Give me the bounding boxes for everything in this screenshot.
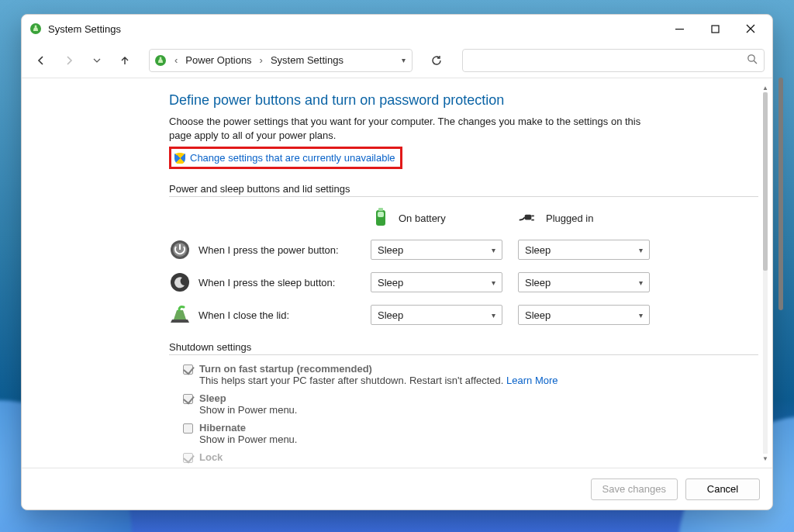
shield-icon <box>174 153 185 164</box>
column-plugged: Plugged in <box>518 212 650 224</box>
chevron-down-icon: ▾ <box>639 311 643 320</box>
column-battery-label: On battery <box>399 212 446 224</box>
column-battery: On battery <box>371 208 502 228</box>
forward-button[interactable] <box>57 49 81 72</box>
change-settings-link-highlighted: Change settings that are currently unava… <box>169 147 402 169</box>
scrollbar-thumb[interactable] <box>763 92 768 271</box>
svg-rect-8 <box>378 208 383 211</box>
svg-rect-2 <box>675 29 684 29</box>
content-area: Define power buttons and turn on passwor… <box>22 78 772 468</box>
breadcrumb-dropdown-icon[interactable]: ▾ <box>391 56 406 64</box>
search-icon <box>747 54 758 67</box>
svg-rect-12 <box>531 219 533 221</box>
fast-startup-desc: This helps start your PC faster after sh… <box>199 375 558 386</box>
window: System Settings ‹ Power Options › System… <box>21 14 773 510</box>
sleep-desc: Show in Power menu. <box>199 404 297 416</box>
chevron-down-icon: ▾ <box>492 278 495 287</box>
sleep-option: Sleep Show in Power menu. <box>183 392 758 416</box>
laptop-lid-icon <box>169 304 191 326</box>
chevron-down-icon: ▾ <box>492 246 495 254</box>
footer: Save changes Cancel <box>22 468 772 510</box>
row-sleep-button: When I press the sleep button: <box>169 271 355 293</box>
chevron-down-icon: ▾ <box>492 311 495 320</box>
row-power-button: When I press the power button: <box>169 239 355 261</box>
cancel-button[interactable]: Cancel <box>685 478 760 500</box>
up-button[interactable] <box>113 49 136 72</box>
page-scrollbar-thumb[interactable] <box>778 78 783 310</box>
section-power-label: Power and sleep buttons and lid settings <box>169 183 758 195</box>
hibernate-option: Hibernate Show in Power menu. <box>183 422 758 445</box>
svg-point-1 <box>35 26 37 28</box>
lock-option: Lock <box>183 451 758 463</box>
search-box[interactable] <box>462 49 765 72</box>
page-subtext: Choose the power settings that you want … <box>169 115 665 142</box>
shutdown-section: Shutdown settings Turn on fast startup (… <box>169 341 758 463</box>
content-scrollbar[interactable]: ▲ ▼ <box>760 83 771 463</box>
svg-point-5 <box>160 57 162 59</box>
hibernate-desc: Show in Power menu. <box>199 434 297 445</box>
breadcrumb-item[interactable]: System Settings <box>271 54 343 66</box>
page-title: Define power buttons and turn on passwor… <box>169 92 758 109</box>
row-label-text: When I close the lid: <box>198 309 289 321</box>
chevron-down-icon: ▾ <box>639 246 643 254</box>
minimize-button[interactable] <box>662 17 696 40</box>
scroll-up-icon[interactable]: ▲ <box>761 83 769 92</box>
plug-icon <box>518 212 538 223</box>
battery-icon <box>371 208 391 228</box>
close-button[interactable] <box>734 17 768 40</box>
svg-rect-10 <box>525 215 532 220</box>
power-button-battery-select[interactable]: Sleep▾ <box>371 240 502 260</box>
sleep-button-battery-select[interactable]: Sleep▾ <box>371 272 502 292</box>
column-plugged-label: Plugged in <box>546 212 593 224</box>
titlebar: System Settings <box>22 15 772 43</box>
window-title: System Settings <box>48 23 121 35</box>
svg-rect-11 <box>531 216 533 217</box>
sleep-checkbox[interactable] <box>183 394 193 404</box>
close-lid-plugged-select[interactable]: Sleep▾ <box>518 305 650 325</box>
fast-startup-option: Turn on fast startup (recommended) This … <box>183 363 758 386</box>
lock-title: Lock <box>199 451 223 463</box>
sleep-title: Sleep <box>199 392 297 404</box>
refresh-button[interactable] <box>425 49 448 72</box>
fast-startup-title: Turn on fast startup (recommended) <box>199 363 558 375</box>
scroll-down-icon[interactable]: ▼ <box>761 454 769 463</box>
breadcrumb[interactable]: ‹ Power Options › System Settings ▾ <box>149 49 413 72</box>
power-settings-grid: On battery Plugged in When I press the p… <box>169 208 758 326</box>
lock-checkbox[interactable] <box>183 453 193 463</box>
chevron-down-icon: ▾ <box>639 278 643 287</box>
chevron-left-icon: ‹ <box>174 54 178 66</box>
app-icon <box>29 22 42 35</box>
maximize-button[interactable] <box>698 17 732 40</box>
fast-startup-checkbox[interactable] <box>183 364 193 375</box>
section-shutdown-label: Shutdown settings <box>169 341 758 353</box>
hibernate-checkbox[interactable] <box>183 423 193 434</box>
svg-point-6 <box>748 55 754 61</box>
row-label-text: When I press the sleep button: <box>198 277 335 288</box>
sleep-button-plugged-select[interactable]: Sleep▾ <box>518 272 650 292</box>
breadcrumb-icon <box>154 54 167 67</box>
save-button[interactable]: Save changes <box>591 478 678 500</box>
divider <box>169 196 758 197</box>
close-lid-battery-select[interactable]: Sleep▾ <box>371 305 502 325</box>
change-settings-link[interactable]: Change settings that are currently unava… <box>190 152 395 164</box>
hibernate-title: Hibernate <box>199 422 297 434</box>
power-button-icon <box>169 239 191 261</box>
recent-locations-button[interactable] <box>85 49 109 72</box>
svg-rect-9 <box>378 212 384 217</box>
learn-more-link[interactable]: Learn More <box>506 375 558 386</box>
chevron-right-icon: › <box>260 54 263 66</box>
back-button[interactable] <box>29 49 53 72</box>
row-close-lid: When I close the lid: <box>169 304 355 326</box>
navigation-bar: ‹ Power Options › System Settings ▾ <box>22 43 772 78</box>
sleep-button-icon <box>169 271 191 293</box>
breadcrumb-item[interactable]: Power Options <box>185 54 251 66</box>
search-input[interactable] <box>469 54 747 66</box>
row-label-text: When I press the power button: <box>198 244 339 256</box>
power-button-plugged-select[interactable]: Sleep▾ <box>518 240 650 260</box>
svg-rect-3 <box>712 26 719 33</box>
divider <box>169 354 758 355</box>
